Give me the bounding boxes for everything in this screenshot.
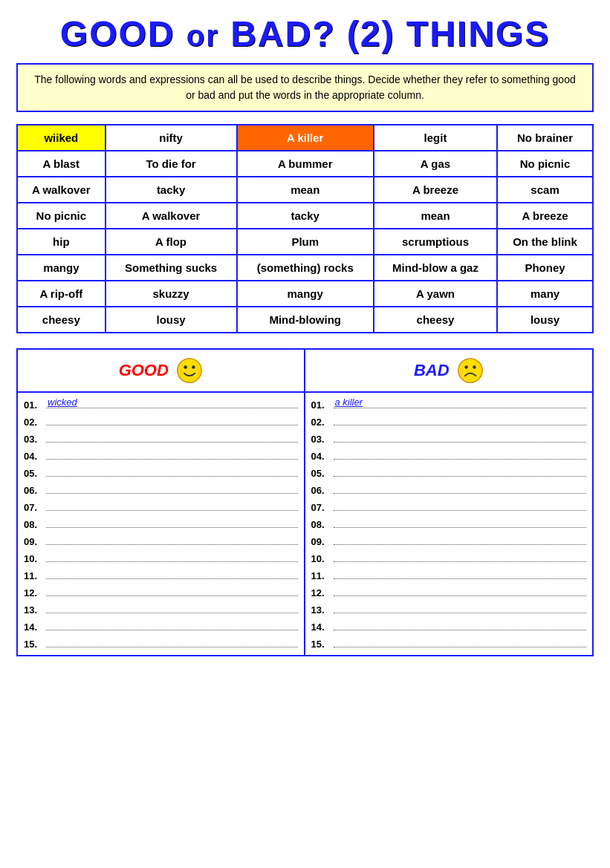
answer-line: 09. [311,532,587,549]
answer-dotted-line [46,620,298,630]
word-cell-5-3: Mind-blow a gaz [374,255,497,281]
answer-line: 13. [24,601,298,618]
sad-smiley-icon [457,357,484,384]
answer-line: 08. [24,515,298,532]
word-table: wiikedniftyA killerlegitNo brainerA blas… [16,124,594,333]
word-cell-3-1: A walkover [106,203,237,229]
answer-section: GOOD BAD 01.wicked02.03.04.05.06.07.08.0… [16,348,594,656]
answer-number: 02. [24,417,45,428]
word-cell-3-3: mean [374,203,497,229]
bad-column-header: BAD [305,350,593,391]
answer-number: 04. [24,451,45,462]
answer-line: 05. [24,464,298,481]
word-cell-4-2: Plum [237,229,374,255]
answer-number: 01. [311,399,332,411]
answer-dotted-line [334,432,587,443]
word-cell-1-4: No picnic [497,151,593,177]
word-cell-7-1: lousy [106,307,237,333]
answer-dotted-line [334,552,587,562]
svg-point-0 [178,359,201,382]
answer-line: 11. [24,567,298,584]
answer-line: 14. [311,618,587,635]
answer-number: 07. [24,502,45,513]
word-cell-5-4: Phoney [497,255,593,281]
answer-rows: 01.wicked02.03.04.05.06.07.08.09.10.11.1… [18,393,592,655]
svg-point-3 [458,359,481,382]
instruction-box: The following words and expressions can … [16,63,594,112]
word-cell-1-0: A blast [17,151,106,177]
answer-line: 06. [311,481,587,498]
answer-line: 13. [311,601,587,618]
answer-number: 11. [311,570,332,581]
answer-number: 06. [311,485,332,496]
answer-line: 05. [311,464,587,481]
answer-number: 13. [311,604,332,616]
answer-line: 11. [311,567,587,584]
word-cell-0-2: A killer [237,125,374,151]
word-cell-5-2: (something) rocks [237,255,374,281]
answer-header: GOOD BAD [18,350,592,393]
word-cell-4-0: hip [17,229,106,255]
answer-filled-text: a killer [335,397,363,408]
answer-col-good: 01.wicked02.03.04.05.06.07.08.09.10.11.1… [18,393,305,655]
answer-number: 15. [311,639,332,650]
answer-number: 12. [311,587,332,598]
answer-line: 14. [24,618,298,635]
answer-number: 12. [24,587,45,598]
word-cell-7-4: lousy [497,307,593,333]
answer-line: 07. [24,498,298,515]
answer-line: 15. [24,635,298,652]
word-cell-1-3: A gas [374,151,497,177]
answer-number: 03. [24,434,45,445]
answer-filled-text: wicked [48,397,77,408]
answer-number: 14. [311,621,332,633]
word-cell-2-4: scam [497,177,593,203]
answer-number: 10. [311,553,332,564]
word-cell-6-3: A yawn [374,281,497,307]
answer-line: 02. [311,413,587,430]
word-cell-5-0: mangy [17,255,106,281]
answer-number: 13. [24,604,45,616]
answer-dotted-line [334,535,587,545]
svg-point-1 [184,365,187,369]
answer-dotted-line [334,466,587,477]
answer-number: 08. [24,519,45,530]
word-cell-2-0: A walkover [17,177,106,203]
answer-dotted-line [46,415,298,425]
word-cell-2-1: tacky [106,177,237,203]
answer-dotted-line [46,552,298,562]
word-cell-3-0: No picnic [17,203,106,229]
word-cell-1-1: To die for [106,151,237,177]
word-cell-2-2: mean [237,177,374,203]
svg-point-4 [464,365,468,369]
word-cell-3-2: tacky [237,203,374,229]
answer-dotted-line [46,637,298,647]
answer-dotted-line [334,500,587,511]
word-cell-0-1: nifty [106,125,237,151]
word-cell-2-3: A breeze [374,177,497,203]
answer-dotted-line [334,637,587,647]
answer-number: 03. [311,434,332,445]
answer-col-bad: 01.a killer02.03.04.05.06.07.08.09.10.11… [305,393,593,655]
answer-number: 11. [24,570,45,581]
answer-line: 06. [24,481,298,498]
answer-number: 06. [24,485,45,496]
answer-line: 09. [24,532,298,549]
word-cell-5-1: Something sucks [106,255,237,281]
answer-dotted-line [46,518,298,528]
good-column-header: GOOD [18,350,305,391]
answer-dotted-line [334,586,587,596]
word-cell-6-4: many [497,281,593,307]
answer-dotted-line [334,620,587,630]
word-cell-6-0: A rip-off [17,281,106,307]
answer-dotted-line [46,500,298,511]
svg-point-5 [473,365,476,369]
answer-dotted-line [46,569,298,579]
answer-line: 03. [24,430,298,447]
answer-line: 01.wicked [24,396,298,413]
word-cell-4-4: On the blink [497,229,593,255]
answer-line: 15. [311,635,587,652]
answer-number: 05. [24,468,45,479]
answer-line: 03. [311,430,587,447]
answer-number: 10. [24,553,45,564]
